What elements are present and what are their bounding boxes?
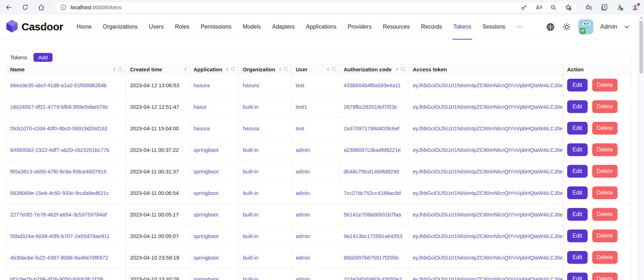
access-token-link[interactable]: eyJhbGciOiJSUzI1NiIsImtpZCI6ImNlcnQtYnVp… — [413, 276, 563, 280]
edit-button[interactable]: Edit — [567, 143, 588, 156]
delete-button[interactable]: Delete — [592, 122, 618, 135]
application-link[interactable]: hasura — [194, 125, 210, 131]
delete-button[interactable]: Delete — [592, 165, 618, 178]
application-link[interactable]: hasura — [194, 82, 210, 88]
access-token-link[interactable]: eyJhbGciOiJSUzI1NiIsImtpZCI6ImNlcnQtYnVp… — [413, 255, 563, 261]
menu-item-roles[interactable]: Roles — [169, 14, 195, 40]
menu-item-more[interactable]: ··· — [511, 14, 528, 40]
organization-link[interactable]: built-in — [243, 233, 258, 239]
sort-icon[interactable]: ▴▾ — [184, 67, 186, 72]
access-token-link[interactable]: eyJhbGciOiJSUzI1NiIsImtpZCI6ImNlcnQtYnVp… — [413, 125, 563, 131]
delete-button[interactable]: Delete — [592, 143, 618, 156]
sort-icon[interactable]: ▴▾ — [226, 67, 228, 72]
collections-icon[interactable] — [600, 4, 608, 11]
admin-username[interactable]: Admin — [600, 23, 617, 30]
token-name-link[interactable]: 55bd324a-6039-40f6-b707-2a55d78ae911 — [10, 233, 110, 239]
authorization-code-link[interactable]: 9a1413bc172591a64353 — [344, 233, 402, 239]
address-bar[interactable]: localhost:8000/tokens — [54, 2, 577, 13]
token-name-link[interactable]: 2277e0f2-7e78-462f-a654-3c53759784af — [10, 212, 107, 218]
organization-link[interactable]: built-in — [243, 190, 258, 196]
sort-icon[interactable]: ▴▾ — [114, 67, 115, 72]
application-link[interactable]: springboot — [194, 168, 218, 174]
sort-icon[interactable]: ▴▾ — [327, 67, 329, 72]
menu-item-adapters[interactable]: Adapters — [266, 14, 300, 40]
user-link[interactable]: admin — [296, 168, 310, 174]
application-link[interactable]: hasur — [194, 104, 207, 110]
back-icon[interactable] — [5, 4, 13, 11]
menu-item-records[interactable]: Records — [415, 14, 448, 40]
token-name-link[interactable]: 16024557-df21-4779-bfb9-959e5dae078c — [10, 104, 108, 110]
user-link[interactable]: admin — [296, 255, 310, 261]
password-key-icon[interactable] — [520, 4, 528, 11]
casdoor-logo[interactable]: Casdoor — [6, 19, 63, 34]
user-link[interactable]: admin — [296, 276, 310, 280]
refresh-icon[interactable] — [21, 4, 29, 11]
delete-button[interactable]: Delete — [592, 230, 618, 242]
user-link[interactable]: test1 — [296, 104, 307, 110]
edit-button[interactable]: Edit — [567, 186, 588, 199]
authorization-code-link[interactable]: 2879fbc282019cf7f23c — [344, 104, 397, 110]
authorization-code-link[interactable]: 56141e709a06931b7faa — [344, 212, 401, 218]
edit-button[interactable]: Edit — [567, 273, 588, 280]
sort-icon[interactable]: ▴▾ — [279, 67, 281, 72]
edit-button[interactable]: Edit — [567, 122, 588, 135]
menu-item-home[interactable]: Home — [71, 14, 97, 40]
authorization-code-link[interactable]: 433b504b4f6a593e4a11 — [344, 82, 401, 88]
menu-item-organizations[interactable]: Organizations — [97, 14, 143, 40]
menu-item-providers[interactable]: Providers — [342, 14, 377, 40]
authorization-code-link[interactable]: d048c7f9cd1469fd829d — [344, 168, 399, 174]
search-icon[interactable] — [331, 67, 336, 72]
organization-link[interactable]: built-in — [243, 212, 258, 218]
edit-button[interactable]: Edit — [567, 79, 588, 91]
authorization-code-link[interactable]: 7cc27dc752cc4188ac8d — [344, 190, 401, 196]
menu-item-users[interactable]: Users — [143, 14, 170, 40]
access-token-link[interactable]: eyJhbGciOiJSUzI1NiIsImtpZCI6ImNlcnQtYnVp… — [413, 168, 563, 174]
delete-button[interactable]: Delete — [592, 100, 618, 113]
add-favorite-icon[interactable] — [564, 4, 572, 11]
delete-button[interactable]: Delete — [592, 79, 618, 91]
token-name-link[interactable]: 4b30acbe-fa22-4387-8098-9a46e70f6972 — [10, 255, 108, 261]
delete-button[interactable]: Delete — [592, 186, 618, 199]
search-icon[interactable] — [400, 67, 405, 72]
application-link[interactable]: springboot — [194, 212, 218, 218]
menu-item-permissions[interactable]: Permissions — [195, 14, 237, 40]
chevron-down-icon[interactable] — [624, 25, 629, 29]
edit-button[interactable]: Edit — [567, 100, 588, 113]
access-token-link[interactable]: eyJhbGciOiJSUzI1NiIsImtpZCI6ImNlcnQtYnVp… — [413, 190, 563, 196]
user-link[interactable]: test — [296, 82, 304, 88]
access-token-link[interactable]: eyJhbGciOiJSUzI1NiIsImtpZCI6ImNlcnQtYnVp… — [413, 147, 563, 153]
search-icon[interactable] — [283, 67, 288, 72]
edit-button[interactable]: Edit — [567, 230, 588, 242]
delete-button[interactable]: Delete — [592, 273, 618, 280]
organization-link[interactable]: built-in — [243, 104, 258, 110]
edit-button[interactable]: Edit — [567, 208, 588, 221]
token-name-link[interactable]: bf1c9e7b-b798-4f76-9050-93003fc1f7f6 — [10, 276, 103, 280]
menu-item-tokens[interactable]: Tokens — [448, 14, 477, 40]
menu-item-applications[interactable]: Applications — [300, 14, 342, 40]
application-link[interactable]: springboot — [194, 255, 218, 261]
token-name-link[interactable]: 5828069e-15eb-4c92-933c-fecda8ed621c — [10, 190, 109, 196]
delete-button[interactable]: Delete — [592, 251, 618, 264]
scrollbar-thumb[interactable] — [639, 21, 643, 74]
edit-button[interactable]: Edit — [567, 251, 588, 264]
token-name-link[interactable]: b6ea3e35-abcf-41d8-a1a2-01f00fd8264b — [10, 82, 107, 88]
menu-item-models[interactable]: Models — [237, 14, 266, 40]
add-button[interactable]: Add — [33, 53, 53, 62]
sort-icon[interactable]: ▴▾ — [396, 67, 398, 72]
access-token-link[interactable]: eyJhbGciOiJSUzI1NiIsImtpZCI6ImNlcnQtYnVp… — [413, 233, 563, 239]
authorization-code-link[interactable]: 2a370971798d403fc6ef — [344, 125, 399, 131]
authorization-code-link[interactable]: 103a2d04b963c45055e1 — [344, 276, 402, 280]
language-globe-icon[interactable] — [546, 22, 555, 31]
home-icon[interactable] — [37, 4, 45, 11]
token-name-link[interactable]: f65a3813-a655-47f0-9c9a-f08ce4607815 — [10, 168, 106, 174]
user-link[interactable]: admin — [296, 212, 310, 218]
user-link[interactable]: admin — [296, 233, 310, 239]
user-link[interactable]: admin — [296, 190, 310, 196]
read-aloud-icon[interactable] — [535, 4, 542, 11]
organization-link[interactable]: built-in — [243, 168, 258, 174]
menu-item-sessions[interactable]: Sessions — [477, 14, 511, 40]
favorites-icon[interactable] — [585, 4, 593, 11]
info-icon[interactable] — [59, 4, 67, 11]
zoom-out-icon[interactable] — [550, 4, 557, 11]
theme-sun-icon[interactable] — [562, 22, 571, 31]
